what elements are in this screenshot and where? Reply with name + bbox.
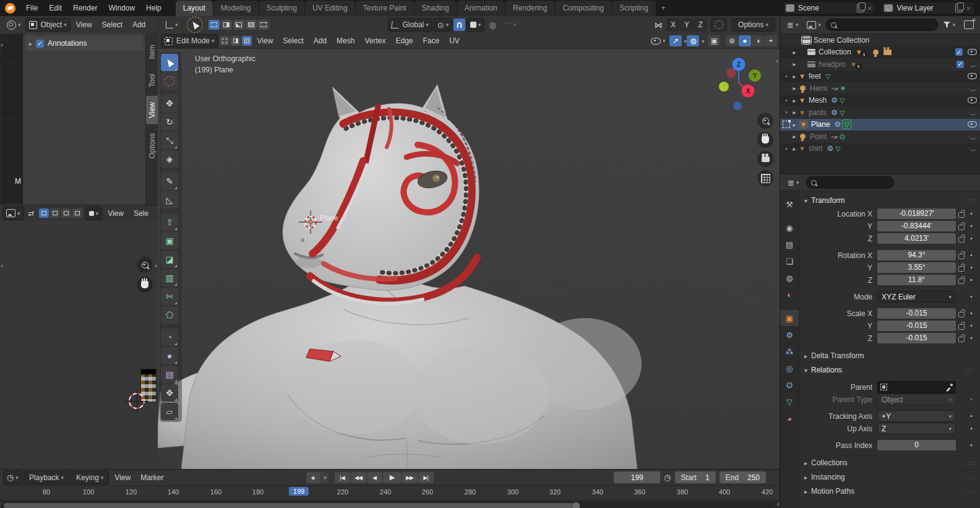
cursor-tool[interactable] (161, 72, 178, 90)
new-view-layer-icon[interactable] (955, 4, 963, 12)
expand-region-arrow[interactable]: › (1, 262, 3, 269)
tab-object-data[interactable] (780, 394, 799, 410)
collections-panel-header[interactable]: Collections (799, 455, 980, 470)
measure-tool[interactable]: ◺ (161, 191, 178, 209)
poly-build-tool[interactable]: ⬠ (161, 306, 178, 324)
workspace-tab-animation[interactable]: Animation (457, 1, 505, 16)
scrollbar-knob[interactable] (572, 502, 580, 508)
workspace-tab-scripting[interactable]: Scripting (612, 1, 656, 16)
play-button[interactable]: ▶ (383, 472, 402, 483)
workspace-tab-modeling[interactable]: Modeling (213, 1, 259, 16)
lock-icon[interactable] (958, 254, 965, 259)
viewport-menu-mesh[interactable]: Mesh (332, 37, 359, 45)
lock-icon[interactable] (958, 212, 965, 218)
expand-icon[interactable] (804, 473, 807, 481)
uv-editor-type-button[interactable] (2, 207, 24, 220)
scale-x-field[interactable]: -0.015 (877, 308, 956, 319)
eye-closed-icon[interactable] (969, 146, 977, 151)
main-3d-viewport[interactable]: Edit Mode View Select Add Mesh Vertex Ed… (158, 33, 780, 469)
collapse-region-arrow[interactable]: ‹ (155, 262, 157, 269)
keying-dropdown[interactable]: Keying (71, 471, 109, 484)
outliner-filter-dropdown[interactable] (940, 19, 958, 31)
unlink-scene-icon[interactable] (866, 4, 874, 13)
proportional-falloff-dropdown[interactable] (501, 19, 520, 31)
uv-pan-button[interactable] (137, 277, 153, 293)
start-frame-field[interactable]: Start1 (675, 471, 716, 483)
view-layer-name[interactable]: View Layer (893, 4, 953, 12)
viewport-menu-add[interactable]: Add (309, 37, 332, 45)
uv-menu-select[interactable]: Sele (129, 209, 148, 218)
pass-index-field[interactable]: 0 (877, 440, 956, 450)
stopwatch-icon[interactable] (664, 473, 671, 482)
tab-tool[interactable] (780, 196, 799, 212)
properties-search[interactable] (806, 176, 894, 189)
rotation-mode-dropdown[interactable]: XYZ Euler (877, 291, 956, 303)
expand-icon[interactable] (804, 351, 807, 360)
animate-dot[interactable] (967, 310, 976, 317)
annotate-tool[interactable]: ✎ (161, 173, 178, 190)
properties-editor-type-button[interactable] (784, 176, 802, 189)
shading-rendered-button[interactable]: ◓ (765, 35, 777, 46)
expand-icon[interactable] (29, 39, 32, 48)
animate-dot[interactable] (967, 210, 976, 217)
left-3d-viewport[interactable]: › M (0, 33, 23, 204)
lock-icon[interactable] (958, 225, 965, 230)
shear-tool[interactable]: ▱ (161, 403, 178, 420)
lock-icon[interactable] (958, 312, 965, 317)
eye-closed-icon[interactable] (969, 62, 977, 67)
rotation-z-field[interactable]: 11.8° (877, 275, 956, 285)
timeline-editor-type-button[interactable] (3, 471, 22, 484)
expand-icon[interactable] (790, 73, 799, 80)
outliner-row-hemi[interactable]: Hemi (780, 82, 980, 95)
expand-icon[interactable] (790, 121, 799, 128)
extrude-region-tool[interactable]: ⇧ (161, 213, 178, 231)
location-z-field[interactable]: 4.0213' (877, 233, 956, 244)
scale-z-field[interactable]: -0.015 (877, 333, 956, 343)
playback-dropdown[interactable]: Playback (24, 471, 69, 484)
move-tool[interactable]: ✥ (161, 95, 178, 112)
viewport-pan-button[interactable] (757, 132, 773, 148)
animate-dot[interactable] (967, 396, 976, 403)
uv-2d-cursor[interactable] (129, 393, 145, 409)
vertex-select-button[interactable] (220, 36, 230, 46)
uv-select-edge-button[interactable] (50, 209, 60, 218)
spin-tool[interactable]: ◔ (161, 329, 178, 346)
blender-logo[interactable] (5, 3, 15, 14)
tab-constraints[interactable] (780, 377, 799, 393)
bevel-tool[interactable]: ◪ (161, 251, 178, 268)
end-frame-field[interactable]: End250 (720, 471, 766, 483)
active-tool-editor-button[interactable] (163, 19, 181, 31)
parent-field[interactable] (877, 381, 956, 394)
workspace-tab-texture-paint[interactable]: Texture Paint (356, 1, 414, 16)
scene-name[interactable]: Scene (794, 4, 855, 12)
mirror-x-button[interactable]: X (667, 19, 679, 31)
expand-icon[interactable] (790, 61, 799, 67)
snap-toggle-button[interactable]: U (453, 19, 465, 31)
up-axis-dropdown[interactable]: Z (877, 423, 956, 434)
drag-grip-icon[interactable] (967, 474, 976, 480)
select-mode-new-button[interactable] (208, 20, 220, 30)
new-scene-icon[interactable] (857, 4, 864, 12)
rotation-y-field[interactable]: 3.55° (877, 262, 956, 273)
menu-help[interactable]: Help (140, 4, 167, 12)
uv-select-island-button[interactable] (72, 209, 82, 218)
lock-icon[interactable] (958, 237, 965, 243)
location-x-field[interactable]: -0.018927' (877, 209, 956, 219)
mirror-button[interactable] (651, 19, 666, 31)
smooth-tool[interactable]: ● (161, 347, 178, 364)
uv-editor-canvas[interactable]: › + ‹ (0, 221, 158, 469)
viewport-menu-select[interactable]: Select (278, 37, 308, 45)
transform-panel-header[interactable]: Transform (799, 194, 980, 207)
expand-icon[interactable] (804, 458, 807, 467)
menu-render[interactable]: Render (67, 4, 103, 12)
inset-faces-tool[interactable]: ▣ (161, 232, 178, 249)
workspace-tab-compositing[interactable]: Compositing (555, 1, 611, 16)
delta-transform-panel-header[interactable]: Delta Transform (799, 348, 980, 363)
shrink-fatten-tool[interactable]: ✥ (161, 384, 178, 402)
outliner-row-point[interactable]: Point (780, 131, 980, 143)
snap-target-dropdown[interactable] (466, 18, 485, 32)
animate-dot[interactable] (967, 335, 976, 342)
expand-icon[interactable] (804, 487, 807, 496)
scale-y-field[interactable]: -0.015 (877, 321, 956, 331)
headpro-checkbox[interactable] (956, 61, 964, 68)
